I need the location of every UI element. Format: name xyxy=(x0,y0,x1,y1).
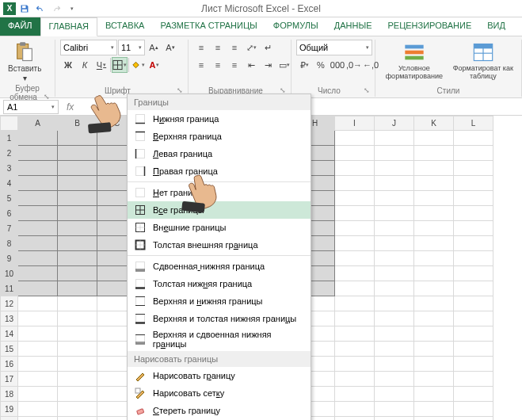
border-thick-outer-item[interactable]: Толстая внешняя граница xyxy=(128,236,311,254)
cell[interactable] xyxy=(375,387,414,402)
align-middle-button[interactable]: ≡ xyxy=(210,40,226,55)
row-header[interactable]: 2 xyxy=(1,146,18,161)
cell[interactable] xyxy=(58,357,97,372)
row-header[interactable]: 5 xyxy=(1,191,18,206)
cell[interactable] xyxy=(375,372,414,387)
cell[interactable] xyxy=(18,372,58,387)
cell[interactable] xyxy=(58,417,97,421)
cell[interactable] xyxy=(18,146,58,161)
row-header[interactable]: 8 xyxy=(1,236,18,251)
row-header[interactable]: 1 xyxy=(1,131,18,146)
cell[interactable] xyxy=(414,221,454,236)
row-header[interactable]: 7 xyxy=(1,221,18,236)
borders-button[interactable]: ▾ xyxy=(112,57,128,73)
cell[interactable] xyxy=(414,146,454,161)
cell[interactable] xyxy=(454,221,493,236)
currency-button[interactable]: ₽▾ xyxy=(296,57,312,73)
cell[interactable] xyxy=(414,191,454,206)
cell[interactable] xyxy=(335,161,375,176)
cell[interactable] xyxy=(454,251,493,266)
orientation-button[interactable]: ⤢▾ xyxy=(243,40,259,55)
cell[interactable] xyxy=(335,191,375,206)
cell[interactable] xyxy=(414,296,454,311)
cell[interactable] xyxy=(454,146,493,161)
cell[interactable] xyxy=(335,387,375,402)
cell[interactable] xyxy=(18,417,58,421)
cell[interactable] xyxy=(414,266,454,281)
border-left-item[interactable]: Левая граница xyxy=(128,145,311,162)
row-header[interactable]: 19 xyxy=(1,402,18,417)
cell[interactable] xyxy=(58,326,97,342)
cell[interactable] xyxy=(375,206,414,221)
cell[interactable] xyxy=(375,146,414,161)
cell[interactable] xyxy=(375,342,414,357)
cell[interactable] xyxy=(375,417,414,421)
cell[interactable] xyxy=(414,251,454,266)
font-size-combo[interactable]: 11▾ xyxy=(118,40,145,55)
cell[interactable] xyxy=(375,281,414,296)
cell[interactable] xyxy=(375,221,414,236)
border-erase-item[interactable]: Стереть границу xyxy=(128,402,311,419)
cell[interactable] xyxy=(58,221,97,236)
cell[interactable] xyxy=(454,296,493,311)
border-top-item[interactable]: Верхняя граница xyxy=(128,128,311,145)
cell[interactable] xyxy=(454,311,493,326)
border-top-double-bottom-item[interactable]: Верхняя и сдвоенная нижняя границы xyxy=(128,327,311,351)
tab-review[interactable]: РЕЦЕНЗИРОВАНИЕ xyxy=(379,17,479,36)
wrap-text-button[interactable]: ↵ xyxy=(260,40,276,55)
align-top-button[interactable]: ≡ xyxy=(193,40,209,55)
column-header[interactable]: K xyxy=(414,116,454,131)
cell[interactable] xyxy=(18,402,58,417)
row-header[interactable]: 13 xyxy=(1,311,18,326)
row-header[interactable]: 15 xyxy=(1,342,18,357)
cell[interactable] xyxy=(18,387,58,402)
cell[interactable] xyxy=(414,176,454,191)
cell[interactable] xyxy=(414,281,454,296)
cell[interactable] xyxy=(414,342,454,357)
font-color-button[interactable]: A▾ xyxy=(147,57,162,73)
cell[interactable] xyxy=(58,206,97,221)
tab-home[interactable]: ГЛАВНАЯ xyxy=(40,17,97,36)
cell[interactable] xyxy=(18,131,58,146)
cell[interactable] xyxy=(375,326,414,342)
border-bottom-item[interactable]: Нижняя граница xyxy=(128,110,311,128)
cell[interactable] xyxy=(58,402,97,417)
cell[interactable] xyxy=(58,281,97,296)
cell[interactable] xyxy=(454,131,493,146)
cell[interactable] xyxy=(414,236,454,251)
cell[interactable] xyxy=(58,146,97,161)
decrease-indent-button[interactable]: ⇤ xyxy=(243,57,259,73)
merge-button[interactable]: ▭▾ xyxy=(276,57,292,73)
cell[interactable] xyxy=(375,296,414,311)
paste-button[interactable]: Вставить ▾ xyxy=(5,40,44,84)
cell[interactable] xyxy=(335,417,375,421)
percent-button[interactable]: % xyxy=(313,57,329,73)
row-header[interactable]: 16 xyxy=(1,357,18,372)
cell[interactable] xyxy=(335,402,375,417)
conditional-formatting-button[interactable]: Условное форматирование xyxy=(380,40,448,82)
cell[interactable] xyxy=(375,311,414,326)
row-header[interactable]: 9 xyxy=(1,251,18,266)
increase-decimal-button[interactable]: ,0→ xyxy=(346,57,362,73)
cell[interactable] xyxy=(375,236,414,251)
cell[interactable] xyxy=(18,266,58,281)
cell[interactable] xyxy=(18,176,58,191)
format-as-table-button[interactable]: Форматироват как таблицу xyxy=(450,40,516,82)
cell[interactable] xyxy=(454,326,493,342)
cell[interactable] xyxy=(335,311,375,326)
cell[interactable] xyxy=(335,281,375,296)
row-header[interactable]: 3 xyxy=(1,161,18,176)
cell[interactable] xyxy=(335,221,375,236)
border-top-thick-bottom-item[interactable]: Верхняя и толстая нижняя границы xyxy=(128,310,311,327)
fx-icon[interactable]: fx xyxy=(62,101,78,113)
tab-insert[interactable]: ВСТАВКА xyxy=(97,17,152,36)
cell[interactable] xyxy=(454,281,493,296)
font-name-combo[interactable]: Calibri▾ xyxy=(60,40,117,55)
cell[interactable] xyxy=(414,326,454,342)
row-header[interactable]: 20 xyxy=(1,417,18,421)
cell[interactable] xyxy=(58,266,97,281)
name-box[interactable]: A1▾ xyxy=(3,100,59,114)
column-header[interactable]: I xyxy=(335,116,375,131)
row-header[interactable]: 18 xyxy=(1,387,18,402)
cell[interactable] xyxy=(18,236,58,251)
